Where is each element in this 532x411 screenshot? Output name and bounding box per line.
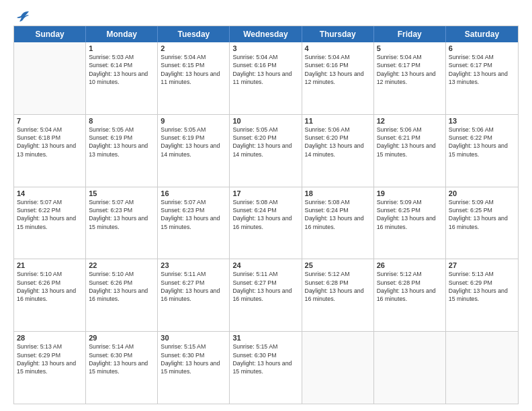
weekday-header: Tuesday <box>158 26 230 42</box>
day-number: 19 <box>377 189 443 197</box>
calendar-cell: 11Sunrise: 5:06 AM Sunset: 6:20 PM Dayli… <box>302 115 374 187</box>
calendar-cell: 26Sunrise: 5:12 AM Sunset: 6:28 PM Dayli… <box>374 259 446 331</box>
day-number: 14 <box>17 189 83 197</box>
calendar-row: 21Sunrise: 5:10 AM Sunset: 6:26 PM Dayli… <box>14 259 518 332</box>
day-number: 16 <box>161 189 226 197</box>
calendar-row: 14Sunrise: 5:07 AM Sunset: 6:22 PM Dayli… <box>14 187 518 260</box>
calendar-cell: 6Sunrise: 5:04 AM Sunset: 6:17 PM Daylig… <box>446 42 518 114</box>
calendar-cell: 24Sunrise: 5:11 AM Sunset: 6:27 PM Dayli… <box>230 259 302 331</box>
cell-info: Sunrise: 5:10 AM Sunset: 6:26 PM Dayligh… <box>17 270 83 303</box>
cell-info: Sunrise: 5:09 AM Sunset: 6:25 PM Dayligh… <box>449 198 515 231</box>
day-number: 22 <box>89 261 154 269</box>
calendar-cell <box>302 332 374 404</box>
calendar-cell: 8Sunrise: 5:05 AM Sunset: 6:19 PM Daylig… <box>86 115 158 187</box>
calendar-cell: 23Sunrise: 5:11 AM Sunset: 6:27 PM Dayli… <box>158 259 230 331</box>
calendar-cell: 21Sunrise: 5:10 AM Sunset: 6:26 PM Dayli… <box>14 259 86 331</box>
cell-info: Sunrise: 5:04 AM Sunset: 6:16 PM Dayligh… <box>232 53 298 86</box>
weekday-header: Sunday <box>14 26 86 42</box>
cell-info: Sunrise: 5:03 AM Sunset: 6:14 PM Dayligh… <box>89 53 154 86</box>
cell-info: Sunrise: 5:15 AM Sunset: 6:30 PM Dayligh… <box>232 342 298 375</box>
weekday-header: Monday <box>86 26 158 42</box>
logo-bird-icon <box>15 9 30 23</box>
cell-info: Sunrise: 5:06 AM Sunset: 6:20 PM Dayligh… <box>305 126 371 158</box>
day-number: 10 <box>232 117 298 125</box>
cell-info: Sunrise: 5:06 AM Sunset: 6:22 PM Dayligh… <box>449 126 515 158</box>
calendar-cell: 22Sunrise: 5:10 AM Sunset: 6:26 PM Dayli… <box>86 259 158 331</box>
calendar-cell: 7Sunrise: 5:04 AM Sunset: 6:18 PM Daylig… <box>14 115 86 187</box>
day-number: 29 <box>89 334 154 342</box>
calendar-header: SundayMondayTuesdayWednesdayThursdayFrid… <box>14 26 518 42</box>
cell-info: Sunrise: 5:05 AM Sunset: 6:19 PM Dayligh… <box>89 126 154 158</box>
weekday-header: Wednesday <box>230 26 302 42</box>
cell-info: Sunrise: 5:04 AM Sunset: 6:17 PM Dayligh… <box>449 53 515 86</box>
calendar-cell: 1Sunrise: 5:03 AM Sunset: 6:14 PM Daylig… <box>86 42 158 114</box>
calendar-cell: 19Sunrise: 5:09 AM Sunset: 6:25 PM Dayli… <box>374 187 446 259</box>
calendar-cell: 10Sunrise: 5:05 AM Sunset: 6:20 PM Dayli… <box>230 115 302 187</box>
day-number: 3 <box>232 44 298 52</box>
cell-info: Sunrise: 5:04 AM Sunset: 6:16 PM Dayligh… <box>305 53 371 86</box>
calendar-cell: 15Sunrise: 5:07 AM Sunset: 6:23 PM Dayli… <box>86 187 158 259</box>
calendar-cell: 18Sunrise: 5:08 AM Sunset: 6:24 PM Dayli… <box>302 187 374 259</box>
calendar-cell: 2Sunrise: 5:04 AM Sunset: 6:15 PM Daylig… <box>158 42 230 114</box>
calendar-row: 7Sunrise: 5:04 AM Sunset: 6:18 PM Daylig… <box>14 115 518 187</box>
cell-info: Sunrise: 5:07 AM Sunset: 6:23 PM Dayligh… <box>161 198 226 231</box>
day-number: 24 <box>232 261 298 269</box>
calendar-cell: 3Sunrise: 5:04 AM Sunset: 6:16 PM Daylig… <box>230 42 302 114</box>
cell-info: Sunrise: 5:06 AM Sunset: 6:21 PM Dayligh… <box>377 126 443 158</box>
weekday-header: Saturday <box>446 26 518 42</box>
cell-info: Sunrise: 5:08 AM Sunset: 6:24 PM Dayligh… <box>305 198 371 231</box>
day-number: 12 <box>377 117 443 125</box>
calendar-cell: 17Sunrise: 5:08 AM Sunset: 6:24 PM Dayli… <box>230 187 302 259</box>
day-number: 4 <box>305 44 371 52</box>
calendar-cell: 9Sunrise: 5:05 AM Sunset: 6:19 PM Daylig… <box>158 115 230 187</box>
calendar-cell: 4Sunrise: 5:04 AM Sunset: 6:16 PM Daylig… <box>302 42 374 114</box>
day-number: 7 <box>17 117 83 125</box>
cell-info: Sunrise: 5:07 AM Sunset: 6:22 PM Dayligh… <box>17 198 83 231</box>
day-number: 23 <box>161 261 226 269</box>
day-number: 9 <box>161 117 226 125</box>
cell-info: Sunrise: 5:11 AM Sunset: 6:27 PM Dayligh… <box>232 270 298 303</box>
cell-info: Sunrise: 5:12 AM Sunset: 6:28 PM Dayligh… <box>305 270 371 303</box>
cell-info: Sunrise: 5:12 AM Sunset: 6:28 PM Dayligh… <box>377 270 443 303</box>
logo <box>13 12 30 19</box>
calendar-cell: 28Sunrise: 5:13 AM Sunset: 6:29 PM Dayli… <box>14 332 86 404</box>
cell-info: Sunrise: 5:05 AM Sunset: 6:20 PM Dayligh… <box>232 126 298 158</box>
header <box>13 12 519 19</box>
day-number: 31 <box>232 334 298 342</box>
cell-info: Sunrise: 5:04 AM Sunset: 6:18 PM Dayligh… <box>17 126 83 158</box>
cell-info: Sunrise: 5:08 AM Sunset: 6:24 PM Dayligh… <box>232 198 298 231</box>
day-number: 15 <box>89 189 154 197</box>
calendar-cell <box>446 332 518 404</box>
day-number: 11 <box>305 117 371 125</box>
calendar: SundayMondayTuesdayWednesdayThursdayFrid… <box>13 26 519 404</box>
calendar-row: 28Sunrise: 5:13 AM Sunset: 6:29 PM Dayli… <box>14 332 518 404</box>
cell-info: Sunrise: 5:11 AM Sunset: 6:27 PM Dayligh… <box>161 270 226 303</box>
cell-info: Sunrise: 5:10 AM Sunset: 6:26 PM Dayligh… <box>89 270 154 303</box>
day-number: 21 <box>17 261 83 269</box>
calendar-cell: 30Sunrise: 5:15 AM Sunset: 6:30 PM Dayli… <box>158 332 230 404</box>
calendar-cell: 20Sunrise: 5:09 AM Sunset: 6:25 PM Dayli… <box>446 187 518 259</box>
cell-info: Sunrise: 5:13 AM Sunset: 6:29 PM Dayligh… <box>17 342 83 375</box>
calendar-body: 1Sunrise: 5:03 AM Sunset: 6:14 PM Daylig… <box>14 42 518 404</box>
day-number: 2 <box>161 44 226 52</box>
day-number: 25 <box>305 261 371 269</box>
calendar-cell: 27Sunrise: 5:13 AM Sunset: 6:29 PM Dayli… <box>446 259 518 331</box>
calendar-cell: 16Sunrise: 5:07 AM Sunset: 6:23 PM Dayli… <box>158 187 230 259</box>
day-number: 27 <box>449 261 515 269</box>
day-number: 20 <box>449 189 515 197</box>
calendar-cell <box>374 332 446 404</box>
page: SundayMondayTuesdayWednesdayThursdayFrid… <box>0 0 532 411</box>
cell-info: Sunrise: 5:05 AM Sunset: 6:19 PM Dayligh… <box>161 126 226 158</box>
cell-info: Sunrise: 5:14 AM Sunset: 6:30 PM Dayligh… <box>89 342 154 375</box>
cell-info: Sunrise: 5:15 AM Sunset: 6:30 PM Dayligh… <box>161 342 226 375</box>
calendar-cell: 5Sunrise: 5:04 AM Sunset: 6:17 PM Daylig… <box>374 42 446 114</box>
day-number: 6 <box>449 44 515 52</box>
calendar-cell: 31Sunrise: 5:15 AM Sunset: 6:30 PM Dayli… <box>230 332 302 404</box>
day-number: 30 <box>161 334 226 342</box>
day-number: 28 <box>17 334 83 342</box>
day-number: 18 <box>305 189 371 197</box>
calendar-cell: 12Sunrise: 5:06 AM Sunset: 6:21 PM Dayli… <box>374 115 446 187</box>
weekday-header: Friday <box>374 26 446 42</box>
cell-info: Sunrise: 5:09 AM Sunset: 6:25 PM Dayligh… <box>377 198 443 231</box>
cell-info: Sunrise: 5:04 AM Sunset: 6:17 PM Dayligh… <box>377 53 443 86</box>
